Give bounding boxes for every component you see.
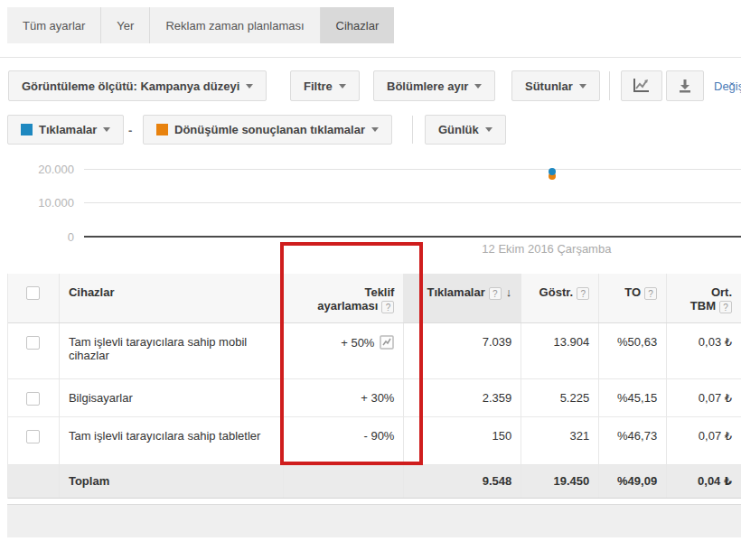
- devices-table: Cihazlar Teklif ayarlaması? Tıklamalar?↓…: [7, 274, 741, 499]
- help-icon[interactable]: ?: [577, 287, 589, 300]
- bid-value: + 50%: [341, 336, 374, 350]
- total-impressions: 19.450: [521, 465, 599, 498]
- series1-color-swatch: [21, 124, 33, 135]
- header-cpc-line2: TBM: [690, 299, 716, 313]
- bid-strategy-chart-icon[interactable]: [380, 335, 394, 352]
- download-button[interactable]: [666, 70, 704, 101]
- total-avg-cpc: 0,04 ₺: [667, 465, 741, 498]
- header-ctr[interactable]: TO?: [599, 274, 667, 322]
- y-tick-label: 20.000: [0, 163, 74, 176]
- series1-label: Tıklamalar: [39, 123, 97, 136]
- impressions-value: 321: [521, 417, 599, 464]
- view-by-dropdown[interactable]: Görüntüleme ölçütü: Kampanya düzeyi: [8, 70, 267, 101]
- header-bid-line2: ayarlaması: [317, 299, 378, 313]
- gridline-10000: [84, 202, 741, 203]
- x-axis-line: [84, 236, 741, 238]
- header-cpc-line1: Ort.: [711, 285, 732, 299]
- row-checkbox[interactable]: [26, 336, 40, 350]
- clicks-value: 2.359: [404, 379, 521, 416]
- avg-cpc-value: 0,07 ₺: [667, 417, 741, 464]
- columns-label: Sütunlar: [525, 79, 573, 93]
- device-name: Tam işlevli tarayıcılara sahip mobil cih…: [60, 323, 284, 378]
- help-icon[interactable]: ?: [489, 287, 502, 300]
- sort-descending-icon: ↓: [506, 285, 512, 299]
- row-checkbox[interactable]: [26, 392, 40, 406]
- header-bid-adjustment[interactable]: Teklif ayarlaması?: [284, 274, 405, 322]
- total-empty-cell: [8, 465, 60, 498]
- filter-dropdown[interactable]: Filtre: [290, 70, 360, 101]
- header-select-all-cell: [8, 274, 60, 322]
- impressions-value: 5.225: [521, 379, 599, 416]
- device-name: Bilgisayarlar: [60, 379, 284, 416]
- tab-tum-ayarlar[interactable]: Tüm ayarlar: [7, 7, 101, 43]
- row-select-cell: [8, 323, 60, 378]
- report-tab-bar: Tüm ayarlar Yer Reklam zaman planlaması …: [7, 7, 394, 43]
- row-checkbox[interactable]: [26, 430, 40, 443]
- chevron-down-icon: [474, 84, 482, 89]
- download-icon: [678, 78, 692, 94]
- gridline-20000: [84, 169, 741, 170]
- header-clicks-label: Tıklamalar: [427, 285, 484, 299]
- total-ctr: %49,09: [599, 465, 667, 498]
- bid-adjustment-cell[interactable]: - 90%: [284, 417, 405, 464]
- ctr-value: %45,15: [599, 379, 667, 416]
- segment-dropdown[interactable]: Bölümlere ayır: [373, 70, 495, 101]
- chevron-down-icon: [579, 84, 586, 89]
- filter-label: Filtre: [304, 79, 333, 93]
- period-dropdown[interactable]: Günlük: [425, 115, 506, 145]
- series1-dropdown[interactable]: Tıklamalar: [7, 115, 124, 145]
- x-tick-label: 12 Ekim 2016 Çarşamba: [482, 242, 611, 256]
- y-tick-label: 10.000: [0, 196, 74, 210]
- line-chart-icon: [633, 78, 651, 94]
- divider: [412, 116, 413, 144]
- ctr-value: %50,63: [599, 323, 667, 378]
- total-clicks: 9.548: [404, 465, 521, 498]
- help-icon[interactable]: ?: [719, 301, 732, 313]
- ctr-value: %46,73: [599, 417, 667, 464]
- header-clicks-sorted[interactable]: Tıklamalar?↓: [404, 274, 521, 322]
- row-select-cell: [8, 379, 60, 416]
- bid-adjustment-cell[interactable]: + 30%: [284, 379, 405, 416]
- header-avg-cpc[interactable]: Ort. TBM?: [667, 274, 741, 322]
- header-bid-line1: Teklif: [364, 285, 394, 299]
- clicks-value: 7.039: [404, 323, 521, 378]
- chevron-down-icon: [485, 127, 492, 132]
- table-header-row: Cihazlar Teklif ayarlaması? Tıklamalar?↓…: [8, 274, 741, 323]
- chevron-down-icon: [246, 84, 253, 89]
- adwords-devices-report: { "tabs": [ { "label": "Tüm ayarlar", "a…: [0, 0, 741, 560]
- divider: [609, 71, 610, 100]
- table-row: Tam işlevli tarayıcılara sahip mobil cih…: [8, 323, 741, 379]
- help-icon[interactable]: ?: [381, 301, 394, 313]
- total-label: Toplam: [60, 465, 284, 498]
- header-impressions[interactable]: Göstr.?: [521, 274, 599, 322]
- chart-toggle-button[interactable]: [621, 70, 662, 101]
- change-history-link[interactable]: Değiş: [714, 79, 741, 93]
- chevron-down-icon: [103, 127, 110, 132]
- chevron-down-icon: [371, 127, 379, 132]
- header-ctr-label: TO: [624, 285, 641, 299]
- y-tick-label: 0: [0, 230, 74, 244]
- clicks-value: 150: [404, 417, 521, 464]
- avg-cpc-value: 0,07 ₺: [667, 379, 741, 416]
- view-by-label: Görüntüleme ölçütü: Kampanya düzeyi: [22, 79, 239, 93]
- chevron-down-icon: [339, 84, 346, 89]
- tab-reklam-zaman-planlamasi[interactable]: Reklam zaman planlaması: [150, 7, 320, 43]
- select-all-checkbox[interactable]: [26, 286, 40, 300]
- period-label: Günlük: [438, 123, 479, 136]
- help-icon[interactable]: ?: [644, 287, 657, 300]
- series2-label: Dönüşümle sonuçlanan tıklamalar: [174, 123, 365, 136]
- table-footer-band: [7, 504, 741, 537]
- series2-dropdown[interactable]: Dönüşümle sonuçlanan tıklamalar: [143, 115, 392, 145]
- table-row: Bilgisayarlar + 30% 2.359 5.225 %45,15 0…: [8, 379, 741, 417]
- tab-cihazlar[interactable]: Cihazlar: [321, 7, 395, 43]
- bid-adjustment-cell[interactable]: + 50%: [284, 323, 405, 378]
- divider: [0, 57, 741, 58]
- series2-color-swatch: [156, 124, 168, 135]
- table-row: Tam işlevli tarayıcılara sahip tabletler…: [8, 417, 741, 465]
- header-devices[interactable]: Cihazlar: [60, 274, 284, 322]
- tab-yer[interactable]: Yer: [101, 7, 150, 43]
- avg-cpc-value: 0,03 ₺: [667, 323, 741, 378]
- device-name: Tam işlevli tarayıcılara sahip tabletler: [60, 417, 284, 464]
- columns-dropdown[interactable]: Sütunlar: [511, 70, 600, 101]
- impressions-value: 13.904: [521, 323, 599, 378]
